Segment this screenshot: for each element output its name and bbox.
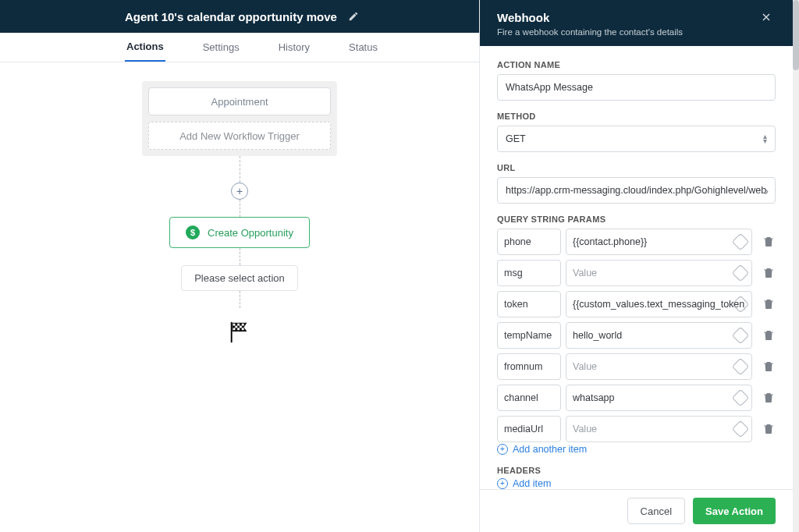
method-label: METHOD — [497, 112, 776, 121]
action-side-panel: Webhook Fire a webhook containing the co… — [479, 0, 793, 532]
action-name-label: ACTION NAME — [497, 60, 776, 69]
add-header-label: Add item — [513, 478, 551, 489]
svg-rect-6 — [237, 328, 240, 330]
trigger-group: Appointment Add New Workflow Trigger — [142, 81, 337, 156]
tab-history[interactable]: History — [277, 34, 311, 61]
add-step-button[interactable]: + — [231, 183, 248, 200]
svg-rect-4 — [240, 326, 242, 328]
workflow-canvas: Appointment Add New Workflow Trigger + $… — [0, 62, 479, 532]
param-row: msg — [497, 260, 776, 286]
svg-rect-1 — [237, 324, 240, 326]
delete-param-icon[interactable] — [762, 360, 776, 374]
plus-circle-icon: + — [497, 444, 508, 455]
create-opportunity-label: Create Opportunity — [208, 227, 293, 239]
param-key-input[interactable]: fromnum — [497, 353, 561, 380]
param-key-input[interactable]: channel — [497, 385, 561, 411]
chevron-right-icon: › — [765, 184, 769, 198]
delete-param-icon[interactable] — [762, 391, 776, 405]
url-label: URL — [497, 163, 776, 172]
add-param-label: Add another item — [513, 444, 587, 455]
close-icon[interactable] — [760, 11, 772, 27]
panel-body: ACTION NAME METHOD GET ▴▾ URL › QUERY ST… — [480, 46, 793, 489]
add-param-button[interactable]: + Add another item — [497, 444, 776, 455]
param-value-input[interactable] — [566, 260, 752, 286]
delete-param-icon[interactable] — [762, 328, 776, 342]
param-row: fromnum — [497, 353, 776, 380]
qsp-label: QUERY STRING PARAMS — [497, 215, 776, 224]
param-value-input[interactable] — [566, 322, 752, 349]
svg-rect-7 — [242, 328, 244, 330]
tab-actions[interactable]: Actions — [125, 33, 165, 62]
panel-subtitle: Fire a webhook containing the contact's … — [497, 27, 776, 37]
save-action-button[interactable]: Save Action — [693, 498, 776, 524]
scrollbar-thumb[interactable] — [793, 0, 799, 70]
plus-circle-icon: + — [497, 478, 508, 489]
action-name-input[interactable] — [497, 74, 776, 101]
headers-label: HEADERS — [497, 466, 776, 475]
param-row: mediaUrl — [497, 416, 776, 442]
panel-footer: Cancel Save Action — [480, 489, 793, 532]
param-key-input[interactable]: msg — [497, 260, 561, 286]
param-row: token — [497, 291, 776, 317]
add-workflow-trigger[interactable]: Add New Workflow Trigger — [148, 122, 331, 150]
delete-param-icon[interactable] — [762, 422, 776, 436]
workflow-title: Agent 10's calendar opportunity move — [125, 10, 337, 23]
param-key-input[interactable]: phone — [497, 229, 561, 255]
param-value-input[interactable] — [566, 291, 752, 317]
query-params-list: phonemsgtokentempNamefromnumchannelmedia… — [497, 229, 776, 442]
connector — [240, 156, 240, 183]
svg-rect-0 — [233, 324, 236, 326]
panel-header: Webhook Fire a webhook containing the co… — [480, 0, 793, 46]
dollar-icon: $ — [186, 225, 200, 239]
param-value-input[interactable] — [566, 385, 752, 411]
param-row: tempName — [497, 322, 776, 349]
panel-title: Webhook — [497, 11, 776, 24]
connector — [240, 248, 240, 265]
select-action-placeholder[interactable]: Please select action — [181, 265, 298, 291]
param-row: channel — [497, 385, 776, 411]
create-opportunity-step[interactable]: $ Create Opportunity — [169, 217, 310, 248]
method-select[interactable]: GET ▴▾ — [497, 126, 776, 152]
connector — [240, 200, 240, 217]
tab-status[interactable]: Status — [347, 34, 379, 61]
url-input[interactable]: › — [497, 177, 776, 204]
svg-rect-3 — [235, 326, 237, 328]
svg-rect-5 — [233, 328, 236, 330]
param-key-input[interactable]: tempName — [497, 322, 561, 349]
param-value-input[interactable] — [566, 353, 752, 380]
svg-rect-2 — [242, 324, 244, 326]
page-scrollbar[interactable] — [793, 0, 799, 532]
finish-flag-icon — [228, 321, 251, 344]
trigger-card-appointment[interactable]: Appointment — [148, 87, 331, 115]
method-value: GET — [506, 133, 526, 144]
add-header-button[interactable]: + Add item — [497, 478, 776, 489]
delete-param-icon[interactable] — [762, 235, 776, 249]
chevron-updown-icon: ▴▾ — [763, 134, 767, 144]
edit-title-icon[interactable] — [348, 11, 359, 22]
param-key-input[interactable]: token — [497, 291, 561, 317]
param-key-input[interactable]: mediaUrl — [497, 416, 561, 442]
connector — [240, 291, 240, 308]
param-value-input[interactable] — [566, 229, 752, 255]
cancel-button[interactable]: Cancel — [627, 498, 685, 524]
delete-param-icon[interactable] — [762, 266, 776, 280]
delete-param-icon[interactable] — [762, 297, 776, 311]
param-value-input[interactable] — [566, 416, 752, 442]
tab-settings[interactable]: Settings — [201, 34, 241, 61]
param-row: phone — [497, 229, 776, 255]
